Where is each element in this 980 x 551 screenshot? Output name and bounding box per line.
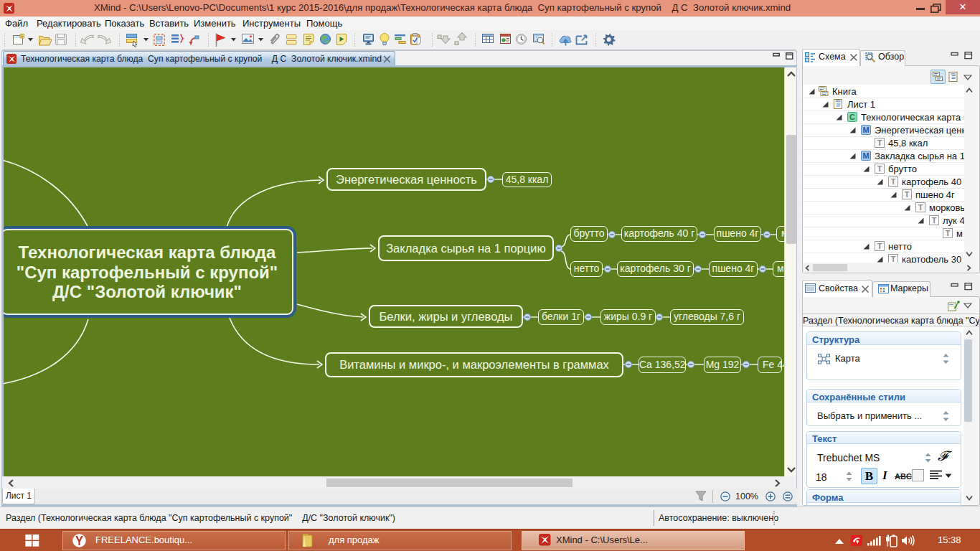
svg-text:T: T	[877, 138, 882, 147]
svg-text:T: T	[891, 177, 896, 186]
svg-text:T: T	[877, 164, 882, 173]
svg-text:M: M	[862, 151, 869, 160]
svg-text:T: T	[932, 216, 937, 225]
svg-text:T: T	[891, 255, 896, 263]
svg-text:T: T	[918, 203, 923, 212]
svg-text:M: M	[862, 126, 869, 134]
svg-text:T: T	[905, 190, 910, 199]
svg-text:T: T	[877, 242, 882, 250]
svg-text:C: C	[849, 113, 855, 121]
svg-text:T: T	[946, 229, 951, 237]
